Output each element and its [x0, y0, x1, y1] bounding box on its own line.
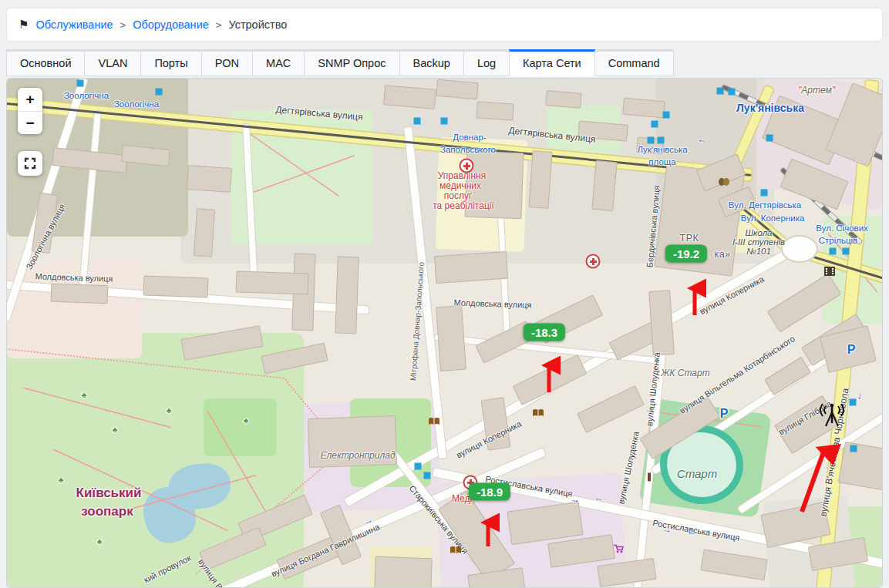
tab-map[interactable]: Карта Сети — [509, 49, 595, 76]
tab-mac[interactable]: MAC — [252, 49, 305, 76]
hospital-icon — [460, 159, 474, 173]
device-marker[interactable] — [441, 118, 448, 125]
zoom-out-button[interactable]: − — [18, 111, 42, 134]
tab-main[interactable]: Основной — [6, 49, 85, 76]
tab-snmp[interactable]: SNMP Опрос — [304, 49, 399, 76]
theatre-icon — [718, 177, 730, 186]
fullscreen-icon — [24, 157, 36, 170]
breadcrumb-item-device: Устройство — [228, 18, 287, 31]
signal-badge-b3[interactable]: -18.9 — [469, 483, 510, 501]
device-marker[interactable] — [766, 135, 773, 142]
library-icon — [532, 408, 544, 418]
device-marker[interactable] — [843, 248, 850, 255]
fullscreen-button[interactable] — [18, 151, 42, 176]
device-marker[interactable] — [156, 89, 163, 96]
breadcrumb-separator: > — [216, 19, 222, 31]
library-icon — [428, 417, 440, 426]
tab-ports[interactable]: Порты — [140, 49, 201, 76]
signal-badge-b1[interactable]: -19.2 — [665, 245, 707, 263]
device-marker[interactable] — [648, 137, 655, 144]
device-marker[interactable] — [729, 89, 736, 96]
antenna-icon — [815, 402, 849, 429]
device-marker[interactable] — [658, 137, 665, 144]
hospital-icon — [586, 254, 601, 269]
device-marker[interactable] — [850, 445, 857, 452]
breadcrumb-item-equipment[interactable]: Оборудование — [133, 18, 209, 31]
breadcrumb-item-service[interactable]: Обслуживание — [35, 18, 113, 31]
device-marker[interactable] — [717, 88, 724, 95]
breadcrumb: ⚑ Обслуживание > Оборудование > Устройст… — [6, 8, 883, 42]
signal-badges: -19.2-18.3-18.9 — [7, 79, 882, 587]
tab-backup[interactable]: Backup — [399, 49, 464, 76]
tab-log[interactable]: Log — [463, 49, 510, 76]
tab-pon[interactable]: PON — [201, 49, 253, 76]
device-marker[interactable] — [761, 190, 768, 197]
device-marker[interactable] — [415, 463, 422, 470]
device-marker[interactable] — [652, 121, 658, 128]
device-marker[interactable] — [424, 472, 431, 479]
device-marker[interactable] — [414, 118, 421, 125]
device-marker[interactable] — [77, 80, 84, 87]
library-icon — [450, 546, 462, 555]
zoom-in-button[interactable]: + — [18, 88, 42, 111]
tab-vlan[interactable]: VLAN — [84, 49, 141, 76]
flag-icon: ⚑ — [19, 18, 29, 32]
device-marker[interactable] — [830, 248, 837, 255]
zoom-controls: + − — [18, 88, 42, 134]
monument-icon — [648, 473, 651, 482]
device-marker[interactable] — [663, 112, 670, 119]
shop-icon — [613, 544, 624, 554]
device-marker[interactable] — [850, 399, 857, 406]
signal-badge-b2[interactable]: -18.3 — [524, 324, 565, 341]
network-map[interactable]: Дегтярівська вулицяДегтярівська вулицяМо… — [6, 78, 883, 588]
tab-bar: ОсновнойVLANПортыPONMACSNMP ОпросBackupL… — [6, 49, 883, 76]
tab-command[interactable]: Command — [594, 49, 674, 76]
cinema-icon — [824, 267, 835, 276]
breadcrumb-separator: > — [120, 19, 126, 31]
